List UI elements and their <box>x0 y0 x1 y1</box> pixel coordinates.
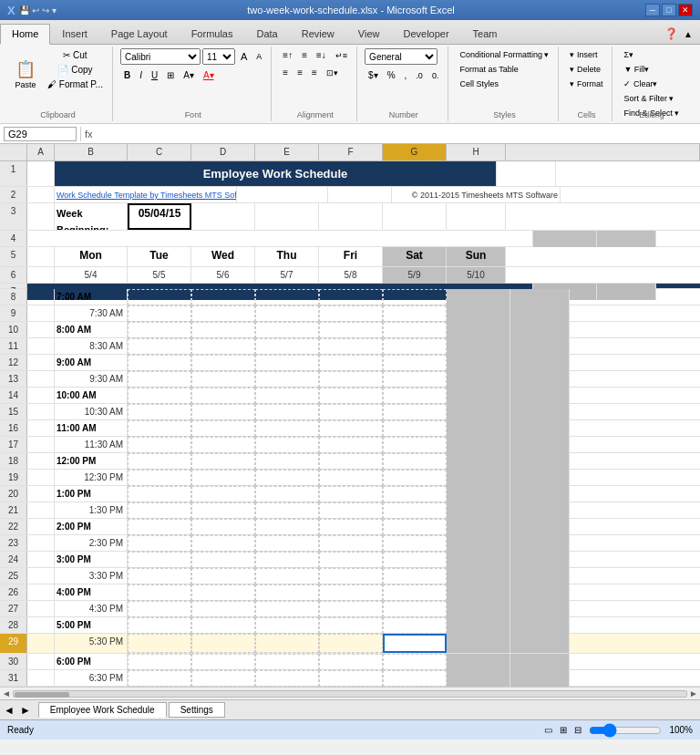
scroll-right-btn[interactable]: ► <box>689 688 698 698</box>
cell-f15[interactable] <box>319 404 383 420</box>
cell-sat31[interactable] <box>447 670 510 687</box>
cell-d29[interactable] <box>191 634 255 653</box>
cell-a1[interactable] <box>27 161 55 186</box>
cell-g11[interactable] <box>383 338 447 355</box>
cell-sun29[interactable] <box>510 634 570 653</box>
formula-input[interactable] <box>97 129 696 140</box>
cell-d17[interactable] <box>191 437 255 453</box>
delete-cells-button[interactable]: ▾ Delete <box>566 63 604 76</box>
col-header-c[interactable]: C <box>128 144 191 160</box>
fill-button[interactable]: ▼ Fill▾ <box>620 63 653 76</box>
cell-e28[interactable] <box>255 617 319 634</box>
font-name-select[interactable]: Calibri <box>120 48 201 65</box>
scroll-track[interactable] <box>13 690 687 698</box>
cell-c14[interactable] <box>128 388 191 404</box>
cell-c16[interactable] <box>128 420 191 437</box>
cell-styles-button[interactable]: Cell Styles <box>456 78 502 90</box>
tab-team[interactable]: Team <box>461 24 510 44</box>
tab-data[interactable]: Data <box>244 24 289 44</box>
page-layout-icon[interactable]: ⊞ <box>560 725 567 735</box>
cell-sun11[interactable] <box>510 338 570 355</box>
cell-h3[interactable] <box>447 203 506 230</box>
cell-f14[interactable] <box>319 388 383 404</box>
cell-row4[interactable] <box>27 231 533 247</box>
cell-f17[interactable] <box>319 437 383 453</box>
cell-f13[interactable] <box>319 371 383 388</box>
cell-d19[interactable] <box>191 470 255 486</box>
cell-g27[interactable] <box>383 601 447 617</box>
cell-c24[interactable] <box>128 552 191 568</box>
cell-sun23[interactable] <box>510 535 570 552</box>
cell-d26[interactable] <box>191 584 255 601</box>
cell-g12[interactable] <box>383 355 447 371</box>
underline-button[interactable]: U <box>148 68 161 82</box>
cell-g19[interactable] <box>383 470 447 486</box>
cell-sun19[interactable] <box>510 470 570 486</box>
cell-a2[interactable] <box>27 187 55 203</box>
font-color-button[interactable]: A▾ <box>200 68 218 82</box>
increase-font-button[interactable]: A <box>237 48 251 65</box>
cut-button[interactable]: ✂ Cut <box>44 48 107 62</box>
cell-e12[interactable] <box>255 355 319 371</box>
cell-g8[interactable] <box>383 289 447 305</box>
cell-sat20[interactable] <box>447 486 510 502</box>
tab-home[interactable]: Home <box>0 24 50 45</box>
cell-c31[interactable] <box>128 670 191 687</box>
col-header-e[interactable]: E <box>255 144 319 160</box>
cell-c28[interactable] <box>128 617 191 634</box>
scroll-thumb[interactable] <box>15 692 69 698</box>
cell-c30[interactable] <box>128 654 191 670</box>
align-left-button[interactable]: ≡ <box>279 66 292 79</box>
comma-button[interactable]: , <box>401 68 411 82</box>
cell-e13[interactable] <box>255 371 319 388</box>
cell-d10[interactable] <box>191 322 255 338</box>
cell-sun13[interactable] <box>510 371 570 388</box>
cell-e3[interactable] <box>255 203 319 230</box>
percent-button[interactable]: % <box>384 68 399 82</box>
horizontal-scrollbar[interactable]: ◄ ► <box>0 687 700 699</box>
sort-filter-button[interactable]: Sort & Filter ▾ <box>620 92 677 105</box>
align-bottom-button[interactable]: ≡↓ <box>313 48 330 62</box>
cell-f11[interactable] <box>319 338 383 355</box>
number-format-select[interactable]: General <box>365 48 438 65</box>
cell-sat12[interactable] <box>447 355 510 371</box>
cell-c25[interactable] <box>128 568 191 584</box>
cell-c19[interactable] <box>128 470 191 486</box>
cell-sun28[interactable] <box>510 617 570 634</box>
cell-sat13[interactable] <box>447 371 510 388</box>
cell-c22[interactable] <box>128 519 191 535</box>
cell-f27[interactable] <box>319 601 383 617</box>
close-button[interactable]: ✕ <box>678 4 693 16</box>
cell-link[interactable]: Work Schedule Template by Timesheets MTS… <box>55 187 237 203</box>
cell-sun10[interactable] <box>510 322 570 338</box>
cell-g31[interactable] <box>383 670 447 687</box>
cell-f29[interactable] <box>319 634 383 653</box>
cell-sat11[interactable] <box>447 338 510 355</box>
cell-d24[interactable] <box>191 552 255 568</box>
fill-color-button[interactable]: A▾ <box>180 68 198 82</box>
cell-g21[interactable] <box>383 502 447 519</box>
cell-c20[interactable] <box>128 486 191 502</box>
copy-button[interactable]: 📄 Copy <box>44 63 107 77</box>
autosum-button[interactable]: Σ▾ <box>620 48 637 61</box>
cell-e22[interactable] <box>255 519 319 535</box>
cell-sat15[interactable] <box>447 404 510 420</box>
cell-g13[interactable] <box>383 371 447 388</box>
cell-c15[interactable] <box>128 404 191 420</box>
col-header-f[interactable]: F <box>319 144 383 160</box>
cell-e17[interactable] <box>255 437 319 453</box>
tab-page-layout[interactable]: Page Layout <box>99 24 180 44</box>
cell-g24[interactable] <box>383 552 447 568</box>
cell-sun14[interactable] <box>510 388 570 404</box>
cell-sun24[interactable] <box>510 552 570 568</box>
cell-c13[interactable] <box>128 371 191 388</box>
cell-f9[interactable] <box>319 305 383 322</box>
clear-button[interactable]: ✓ Clear▾ <box>620 78 661 90</box>
cell-sun22[interactable] <box>510 519 570 535</box>
cell-h4-weekend[interactable] <box>597 231 656 247</box>
cell-e29[interactable] <box>255 634 319 653</box>
cell-sat8[interactable] <box>447 289 510 305</box>
cell-sun26[interactable] <box>510 584 570 601</box>
cell-sun25[interactable] <box>510 568 570 584</box>
cell-sat23[interactable] <box>447 535 510 552</box>
